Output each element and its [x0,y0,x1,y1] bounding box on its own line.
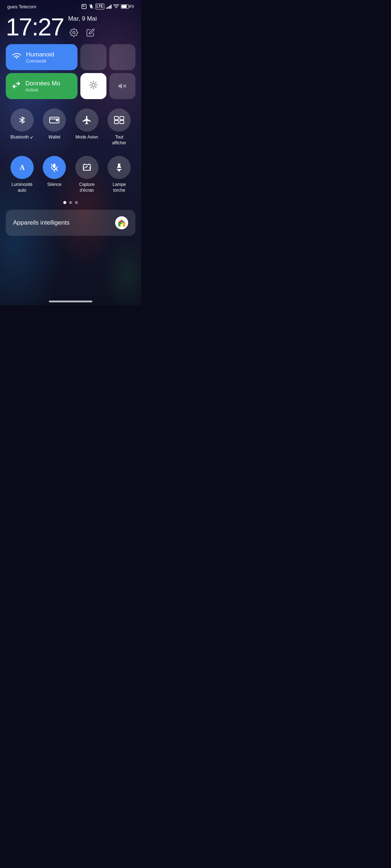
lampe-btn[interactable] [108,156,131,179]
wifi-tile-icon [12,52,22,62]
carrier-text: gues Telecom [7,4,36,9]
controls-row-1: Bluetooth ↙ Wallet Mode Avion [6,105,135,149]
google-home-icon [115,216,128,229]
mobile-data-tile[interactable]: Données Mo Activé [6,73,77,99]
smart-devices-card[interactable]: Appareils intelligents [6,210,135,236]
bluetooth-label: Bluetooth ↙ [10,135,34,140]
wallet-btn[interactable] [43,109,66,132]
page-indicator [6,201,135,204]
mode-avion-label: Mode Avion [76,135,98,140]
tout-afficher-control[interactable]: Toutafficher [103,105,136,149]
mode-avion-control[interactable]: Mode Avion [71,105,103,149]
tile-row-1: Humanoid Connecté [6,44,135,70]
tile-row-2: Données Mo Activé [6,73,135,99]
signal-icon [106,4,112,9]
wifi-status-icon [113,4,119,9]
svg-rect-22 [114,120,118,124]
svg-line-14 [91,87,91,88]
capture-btn[interactable] [75,156,98,179]
svg-rect-34 [121,224,123,226]
mobile-tile-status: Activé [25,87,60,93]
controls-row-2: A Luminositéauto Silence [6,152,135,197]
wifi-tile-status: Connecté [26,58,54,64]
clock-date: Mar, 9 Mai [68,15,97,22]
tout-afficher-btn[interactable] [108,109,131,132]
svg-line-13 [95,82,96,83]
brightness-tile[interactable] [80,73,106,99]
svg-rect-18 [56,119,58,121]
smart-devices-title: Appareils intelligents [13,219,70,226]
mobile-data-icon [12,80,21,92]
dot-3 [75,201,78,204]
clock-time: 17:27 [6,14,64,39]
nfc-icon [81,4,87,9]
silence-label: Silence [47,182,62,188]
dot-1 [63,201,66,204]
tout-afficher-label: Toutafficher [112,135,126,146]
sound-muted-tile[interactable] [109,73,135,99]
settings-icon[interactable] [68,27,80,38]
battery-indicator: 79 [121,4,134,9]
lampe-control[interactable]: Lampetorche [103,152,136,197]
status-bar: gues Telecom LTE [6,0,135,12]
capture-control[interactable]: Captured'écran [71,152,103,197]
luminosite-label: Luminositéauto [12,182,33,193]
brightness-icon [89,80,98,92]
silence-control[interactable]: Silence [38,152,71,197]
tile-small-2[interactable] [109,44,135,70]
bluetooth-control[interactable]: Bluetooth ↙ [6,105,38,149]
svg-line-12 [95,87,96,88]
svg-rect-21 [120,116,124,120]
mode-avion-btn[interactable] [75,109,98,132]
svg-text:A: A [20,163,25,171]
svg-line-11 [91,82,91,83]
capture-label: Captured'écran [79,182,94,193]
edit-icon[interactable] [85,27,96,38]
time-section: 17:27 Mar, 9 Mai [6,12,135,44]
bluetooth-btn[interactable] [10,109,34,132]
svg-rect-23 [120,120,124,124]
wallet-label: Wallet [49,135,60,140]
svg-rect-20 [114,116,118,120]
battery-level: 79 [130,4,134,9]
lampe-label: Lampetorche [113,182,126,193]
mute-icon [89,4,94,9]
luminosite-btn[interactable]: A [10,156,34,179]
luminosite-control[interactable]: A Luminositéauto [6,152,38,197]
wallet-control[interactable]: Wallet [38,105,71,149]
svg-point-1 [83,6,84,7]
mobile-tile-name: Données Mo [25,80,60,87]
silence-btn[interactable] [43,156,66,179]
lte-icon: LTE [96,4,104,9]
wifi-tile-name: Humanoid [26,51,54,58]
tile-small-1[interactable] [80,44,106,70]
svg-point-6 [92,84,95,87]
wifi-tile[interactable]: Humanoid Connecté [6,44,77,70]
status-icons: LTE 79 [81,4,134,9]
dot-2 [69,201,72,204]
